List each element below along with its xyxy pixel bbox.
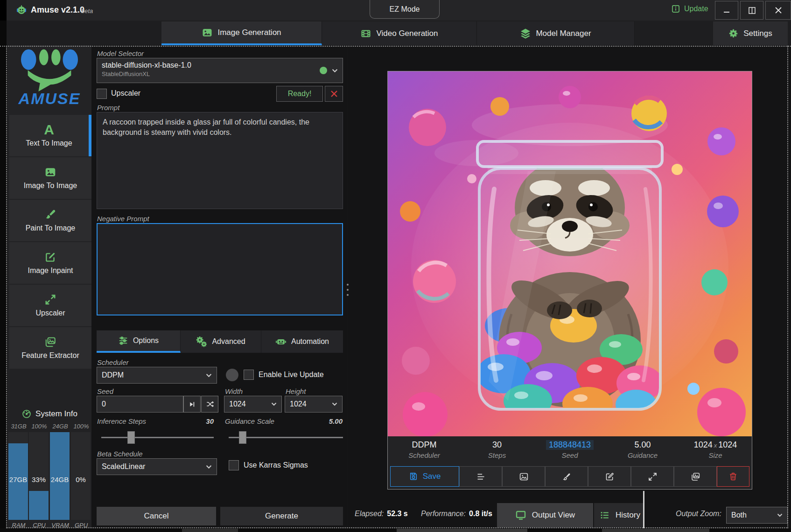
model-selector-label: Model Selector bbox=[97, 49, 144, 57]
cancel-button[interactable]: Cancel bbox=[97, 507, 216, 525]
seed-input[interactable] bbox=[97, 396, 183, 413]
model-ready-dot bbox=[320, 67, 327, 74]
selection-marquee-right bbox=[787, 46, 788, 528]
generate-button[interactable]: Generate bbox=[220, 507, 343, 525]
system-info-title: System Info bbox=[35, 409, 77, 419]
info-seed: 188848413 Seed bbox=[533, 436, 606, 463]
cancel-load-button[interactable] bbox=[325, 86, 343, 102]
vram-meter: 24GB bbox=[50, 432, 70, 520]
sidebar-item-feature-extractor[interactable]: Feature Extractor bbox=[9, 327, 91, 369]
chevron-down-icon bbox=[206, 373, 212, 378]
guidance-scale-slider-handle[interactable] bbox=[239, 431, 246, 444]
amuse-logo: AMUSE bbox=[7, 47, 91, 114]
copy-prompt-button[interactable] bbox=[459, 466, 502, 487]
app-title-beta: beta bbox=[81, 7, 93, 14]
maximize-button[interactable] bbox=[740, 1, 763, 20]
send-to-feature-extractor-button[interactable] bbox=[674, 466, 717, 487]
inference-steps-slider[interactable] bbox=[101, 437, 214, 438]
scheduler-label: Scheduler bbox=[97, 358, 129, 366]
film-icon bbox=[360, 28, 371, 39]
splitter-grip[interactable] bbox=[346, 282, 350, 298]
result-info-row: DDPM Scheduler 30 Steps 188848413 Seed 5… bbox=[388, 436, 752, 463]
send-to-paint-button[interactable] bbox=[545, 466, 588, 487]
image-icon bbox=[44, 166, 56, 178]
monitor-icon bbox=[515, 510, 526, 521]
tab-model-manager[interactable]: Model Manager bbox=[477, 21, 635, 45]
sidebar-item-image-inpaint[interactable]: Image Inpaint bbox=[9, 242, 91, 284]
desktop-fragment bbox=[397, 529, 527, 532]
live-update-toggle[interactable] bbox=[226, 369, 238, 381]
guidance-scale-slider[interactable] bbox=[229, 437, 343, 438]
delete-button[interactable] bbox=[717, 466, 749, 487]
resize-arrows-icon bbox=[648, 472, 658, 482]
sidebar-item-text-to-image[interactable]: A Text To Image bbox=[9, 115, 91, 156]
width-label: Width bbox=[225, 387, 243, 395]
send-to-image-to-image-button[interactable] bbox=[502, 466, 545, 487]
gauge-icon bbox=[21, 409, 32, 419]
subtab-automation[interactable]: Automation bbox=[261, 330, 343, 353]
beta-schedule-dropdown[interactable]: ScaledLinear bbox=[97, 458, 217, 475]
save-button[interactable]: Save bbox=[390, 466, 459, 487]
ready-status[interactable]: Ready! bbox=[276, 86, 323, 102]
update-button[interactable]: Update bbox=[671, 4, 708, 14]
live-update-checkbox[interactable] bbox=[244, 370, 254, 380]
seed-random-button[interactable] bbox=[201, 396, 218, 413]
height-dropdown[interactable]: 1024 bbox=[285, 396, 343, 413]
sidebar-item-image-to-image[interactable]: Image To Image bbox=[9, 157, 91, 199]
minimize-button[interactable] bbox=[715, 1, 738, 20]
sidebar-item-paint-to-image[interactable]: Paint To Image bbox=[9, 200, 91, 241]
history-button[interactable]: History bbox=[594, 503, 644, 527]
upscaler-checkbox[interactable] bbox=[97, 89, 107, 99]
chevron-down-icon bbox=[206, 465, 212, 469]
sidebar-item-upscaler[interactable]: Upscaler bbox=[9, 285, 91, 326]
result-actions: Save bbox=[390, 466, 749, 487]
inference-steps-value: 30 bbox=[186, 417, 214, 425]
width-dropdown[interactable]: 1024 bbox=[224, 396, 282, 413]
edit-square-icon bbox=[44, 251, 56, 263]
prompt-textarea[interactable]: A raccoon trapped inside a glass jar ful… bbox=[97, 112, 343, 209]
subtab-options[interactable]: Options bbox=[97, 330, 181, 353]
ez-mode-button[interactable]: EZ Mode bbox=[370, 0, 440, 19]
tab-image-generation[interactable]: Image Generation bbox=[161, 21, 322, 45]
prompt-label: Prompt bbox=[97, 104, 119, 112]
layers-icon bbox=[520, 28, 531, 40]
cpu-max: 100% bbox=[29, 423, 49, 430]
trash-icon bbox=[728, 472, 738, 481]
elapsed-status: Elapsed: 52.3 s bbox=[355, 510, 408, 518]
app-logo-icon bbox=[16, 5, 27, 16]
red-x-icon bbox=[331, 91, 337, 97]
model-type: StableDiffusionXL bbox=[102, 70, 191, 77]
sliders-icon bbox=[118, 336, 128, 346]
ram-value: 27GB bbox=[8, 476, 28, 483]
seed-next-button[interactable] bbox=[183, 396, 201, 413]
brush-icon bbox=[44, 209, 56, 221]
send-to-upscaler-button[interactable] bbox=[631, 466, 674, 487]
gpu-max: 100% bbox=[71, 423, 91, 430]
karras-sigmas-checkbox[interactable] bbox=[229, 460, 239, 470]
guidance-scale-value: 5.00 bbox=[315, 417, 343, 425]
model-selector-dropdown[interactable]: stable-diffusion-xl-base-1.0 StableDiffu… bbox=[97, 58, 343, 83]
negative-prompt-textarea[interactable] bbox=[97, 223, 343, 315]
seed-label: Seed bbox=[97, 387, 113, 395]
info-steps: 30 Steps bbox=[461, 436, 533, 463]
subtab-advanced[interactable]: Advanced bbox=[181, 330, 261, 353]
tab-settings[interactable]: Settings bbox=[713, 21, 788, 45]
amuse-logo-face bbox=[14, 47, 84, 91]
chevron-down-icon bbox=[271, 402, 277, 406]
seed-link[interactable]: 188848413 bbox=[546, 440, 594, 450]
photos-stack-icon bbox=[44, 336, 56, 348]
height-label: Height bbox=[286, 387, 306, 395]
scheduler-dropdown[interactable]: DDPM bbox=[97, 367, 217, 384]
generation-controls-panel: Model Selector stable-diffusion-xl-base-… bbox=[93, 47, 345, 528]
text-lines-icon bbox=[476, 472, 486, 482]
output-zoom-dropdown[interactable]: Both bbox=[726, 507, 788, 524]
tab-video-generation[interactable]: Video Generation bbox=[322, 21, 477, 45]
inference-steps-slider-handle[interactable] bbox=[127, 431, 135, 444]
output-view-button[interactable]: Output View bbox=[497, 503, 593, 527]
close-button[interactable] bbox=[765, 1, 791, 20]
image-icon bbox=[519, 472, 529, 482]
info-guidance: 5.00 Guidance bbox=[606, 436, 679, 463]
send-to-inpaint-button[interactable] bbox=[588, 466, 631, 487]
gear-icon bbox=[728, 28, 739, 39]
model-name: stable-diffusion-xl-base-1.0 bbox=[102, 61, 191, 70]
